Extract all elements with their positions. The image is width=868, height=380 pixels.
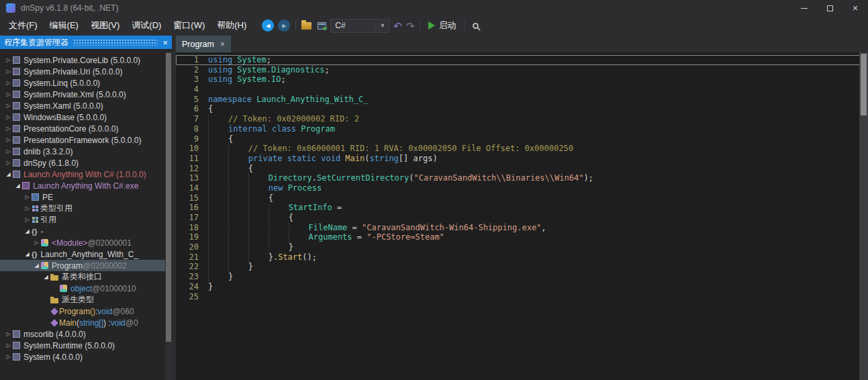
code-line[interactable]: 25	[176, 292, 868, 302]
expander-collapsed-icon[interactable]: ▷	[4, 148, 13, 154]
menu-item-file[interactable]: 文件(F)	[3, 17, 44, 34]
code-line[interactable]: 12 {	[176, 164, 868, 174]
code-line[interactable]: 1using System;	[176, 55, 868, 65]
tree-item[interactable]: ▷PE	[0, 191, 165, 203]
code-line[interactable]: 17 {	[176, 213, 868, 223]
tree-item[interactable]: ▷mscorlib (4.0.0.0)	[0, 328, 165, 340]
code-line[interactable]: 21 }.Start();	[176, 252, 868, 263]
tree-item[interactable]: ◢-	[0, 226, 165, 237]
tree-item[interactable]: ▷System.Runtime (5.0.0.0)	[0, 340, 165, 351]
code-line[interactable]: 10 // Token: 0x06000001 RID: 1 RVA: 0x00…	[176, 144, 868, 154]
code-line[interactable]: 2using System.Diagnostics;	[176, 65, 868, 75]
minimize-button[interactable]	[791, 0, 817, 16]
expander-collapsed-icon[interactable]: ▷	[4, 80, 13, 86]
expander-collapsed-icon[interactable]: ▷	[4, 160, 13, 166]
code-line[interactable]: 20 }	[176, 242, 868, 252]
code-line[interactable]: 7 // Token: 0x02000002 RID: 2	[176, 114, 868, 124]
expander-expanded-icon[interactable]: ◢	[13, 183, 22, 189]
tree-item[interactable]: ▷WindowsBase (5.0.0.0)	[0, 111, 165, 123]
expander-collapsed-icon[interactable]: ▷	[4, 126, 13, 132]
code-line[interactable]: 18 FileName = "CaravanSandWitch-Win64-Sh…	[176, 223, 868, 233]
code-line[interactable]: 6{	[176, 104, 868, 114]
tree-item[interactable]: ▷System.Linq (5.0.0.0)	[0, 77, 165, 89]
tree-item[interactable]: ▷dnlib (3.3.2.0)	[0, 146, 165, 157]
tree-item[interactable]: ◢Launch Anything With C# (1.0.0.0)	[0, 169, 165, 180]
expander-collapsed-icon[interactable]: ▷	[23, 217, 32, 223]
code-line[interactable]: 16 StartInfo =	[176, 203, 868, 213]
redo-button[interactable]: ↷	[406, 21, 415, 31]
undo-button[interactable]: ↶	[393, 21, 402, 31]
close-button[interactable]: ×	[842, 0, 868, 16]
tree-item[interactable]: ▷System (4.0.0.0)	[0, 351, 165, 363]
language-combo[interactable]: C# ▼	[330, 19, 389, 33]
expander-collapsed-icon[interactable]: ▷	[4, 68, 13, 75]
expander-expanded-icon[interactable]: ◢	[23, 251, 32, 257]
tab-program[interactable]: Program ×	[176, 36, 231, 52]
expander-collapsed-icon[interactable]: ▷	[4, 137, 13, 143]
tree-item[interactable]: ▷System.Xaml (5.0.0.0)	[0, 100, 165, 111]
tree-item[interactable]: ▷System.Private.Xml (5.0.0.0)	[0, 89, 165, 100]
tree-item[interactable]: ◢Launch Anything With C#.exe	[0, 180, 165, 191]
expander-collapsed-icon[interactable]: ▷	[4, 103, 13, 109]
expander-collapsed-icon[interactable]: ▷	[4, 342, 13, 348]
panel-header[interactable]: 程序集资源管理器 ×	[0, 36, 172, 49]
expander-collapsed-icon[interactable]: ▷	[4, 114, 13, 120]
expander-expanded-icon[interactable]: ◢	[32, 263, 41, 269]
menu-item-edit[interactable]: 编辑(E)	[44, 17, 85, 34]
tree-item[interactable]: Program() : void @060	[0, 305, 165, 317]
search-button[interactable]	[470, 20, 484, 32]
code-line[interactable]: 9 {	[176, 134, 868, 144]
tree-item[interactable]: ▷引用	[0, 214, 165, 226]
expander-collapsed-icon[interactable]: ▷	[23, 194, 32, 200]
expander-collapsed-icon[interactable]: ▷	[4, 354, 13, 360]
code-line[interactable]: 14 new Process	[176, 183, 868, 193]
code-line[interactable]: 11 private static void Main(string[] arg…	[176, 154, 868, 164]
code-line[interactable]: 15 {	[176, 193, 868, 203]
tree-item[interactable]: ▷类型引用	[0, 203, 165, 214]
maximize-button[interactable]	[817, 0, 842, 16]
code-editor[interactable]: 1using System;2using System.Diagnostics;…	[176, 52, 868, 380]
tree-item[interactable]: ◢Launch_Anything_With_C_	[0, 248, 165, 260]
menu-item-debug[interactable]: 调试(D)	[126, 17, 167, 34]
editor-scrollbar[interactable]	[859, 52, 868, 380]
expander-expanded-icon[interactable]: ◢	[42, 274, 50, 280]
open-file-button[interactable]	[301, 22, 311, 30]
code-line[interactable]: 19 Arguments = "-PCStore=Steam"	[176, 232, 868, 242]
back-button[interactable]: ◀	[262, 19, 274, 32]
start-button[interactable]: 启动	[426, 18, 459, 33]
expander-collapsed-icon[interactable]: ▷	[4, 331, 13, 337]
code-line[interactable]: 3using System.IO;	[176, 75, 868, 85]
code-line[interactable]: 4	[176, 85, 868, 95]
expander-collapsed-icon[interactable]: ▷	[32, 240, 41, 246]
tree-item[interactable]: ◢Program @02000002	[0, 260, 165, 271]
tree-item[interactable]: ▷PresentationCore (5.0.0.0)	[0, 123, 165, 134]
expander-expanded-icon[interactable]: ◢	[23, 228, 32, 234]
expander-collapsed-icon[interactable]: ▷	[23, 205, 32, 211]
panel-close-icon[interactable]: ×	[162, 38, 168, 47]
tree-item[interactable]: ▷System.Private.CoreLib (5.0.0.0)	[0, 54, 165, 66]
code-line[interactable]: 8 internal class Program	[176, 124, 868, 134]
sidebar-scrollbar-thumb[interactable]	[166, 53, 171, 342]
tree-item[interactable]: ◢基类和接口	[0, 271, 165, 283]
menu-item-help[interactable]: 帮助(H)	[211, 17, 252, 34]
tree-item[interactable]: ▷<Module> @02000001	[0, 237, 165, 248]
editor-scrollbar-thumb[interactable]	[861, 54, 867, 115]
tab-close-icon[interactable]: ×	[220, 40, 225, 48]
code-line[interactable]: 13 Directory.SetCurrentDirectory("Carava…	[176, 173, 868, 183]
menu-item-view[interactable]: 视图(V)	[85, 17, 126, 34]
code-line[interactable]: 24}	[176, 282, 868, 292]
expander-collapsed-icon[interactable]: ▷	[4, 91, 13, 97]
tree-item[interactable]: ▷PresentationFramework (5.0.0.0)	[0, 134, 165, 146]
tree-item[interactable]: Main(string[]) : void @0	[0, 317, 165, 328]
expander-collapsed-icon[interactable]: ▷	[4, 57, 13, 63]
code-line[interactable]: 23 }	[176, 272, 868, 282]
open-from-gac-button[interactable]	[318, 22, 326, 30]
tree-item[interactable]: object @01000010	[0, 283, 165, 294]
tree-item[interactable]: ▷dnSpy (6.1.8.0)	[0, 157, 165, 169]
tree-item[interactable]: ▷System.Private.Uri (5.0.0.0)	[0, 66, 165, 77]
menu-item-window[interactable]: 窗口(W)	[167, 17, 211, 34]
forward-button[interactable]: ▶	[278, 19, 290, 32]
tree-item[interactable]: 派生类型	[0, 294, 165, 305]
sidebar-scrollbar[interactable]	[165, 52, 172, 380]
expander-expanded-icon[interactable]: ◢	[4, 171, 13, 177]
